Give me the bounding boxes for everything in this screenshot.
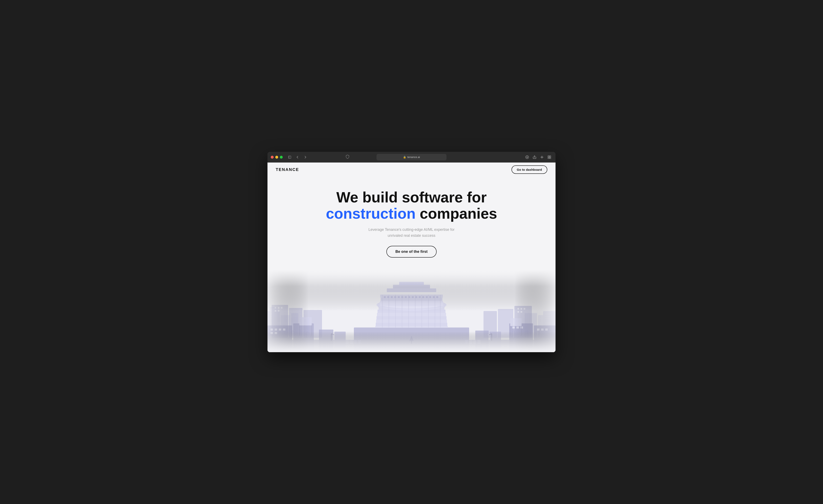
hero-cta-button[interactable]: Be one of the first bbox=[386, 246, 437, 258]
browser-titlebar: 🔒 tenance.ai bbox=[268, 152, 555, 163]
url-text: tenance.ai bbox=[407, 156, 420, 159]
dashboard-button[interactable]: Go to dashboard bbox=[511, 165, 547, 174]
hero-title: We build software for construction compa… bbox=[326, 189, 497, 222]
close-button[interactable] bbox=[271, 156, 274, 159]
svg-rect-7 bbox=[548, 156, 549, 157]
share-button[interactable] bbox=[532, 154, 537, 160]
svg-rect-76 bbox=[376, 323, 447, 326]
back-button[interactable] bbox=[295, 154, 300, 160]
tabs-overview-button[interactable] bbox=[546, 154, 552, 160]
svg-rect-0 bbox=[289, 156, 291, 158]
url-bar[interactable]: 🔒 tenance.ai bbox=[376, 154, 447, 160]
sidebar-toggle-button[interactable] bbox=[287, 154, 293, 160]
maximize-button[interactable] bbox=[280, 156, 283, 159]
svg-rect-10 bbox=[549, 157, 551, 159]
svg-rect-74 bbox=[376, 316, 447, 320]
security-icon bbox=[346, 155, 349, 160]
traffic-lights bbox=[271, 156, 283, 159]
svg-rect-77 bbox=[375, 326, 448, 328]
site-navbar: TENANCE Go to dashboard bbox=[268, 163, 555, 177]
hero-title-blue: construction bbox=[326, 205, 416, 222]
svg-rect-8 bbox=[549, 156, 551, 157]
browser-right-controls bbox=[524, 154, 552, 160]
svg-rect-73 bbox=[377, 313, 446, 316]
hero-title-rest: companies bbox=[416, 205, 497, 222]
forward-button[interactable] bbox=[303, 154, 308, 160]
browser-window: 🔒 tenance.ai bbox=[268, 152, 555, 352]
svg-rect-75 bbox=[376, 320, 447, 323]
hero-section: We build software for construction compa… bbox=[268, 177, 555, 258]
site-logo: TENANCE bbox=[276, 167, 299, 172]
hero-subtitle: Leverage Tenance's cutting-edge AI/ML ex… bbox=[364, 227, 459, 238]
city-illustration bbox=[268, 270, 555, 352]
browser-content: TENANCE Go to dashboard We build softwar… bbox=[268, 163, 555, 352]
browser-controls bbox=[287, 154, 308, 160]
lock-icon: 🔒 bbox=[403, 156, 406, 159]
download-button[interactable] bbox=[524, 154, 530, 160]
new-tab-button[interactable] bbox=[539, 154, 545, 160]
svg-rect-9 bbox=[548, 157, 549, 159]
hero-title-line1: We build software for bbox=[336, 189, 487, 205]
minimize-button[interactable] bbox=[275, 156, 278, 159]
